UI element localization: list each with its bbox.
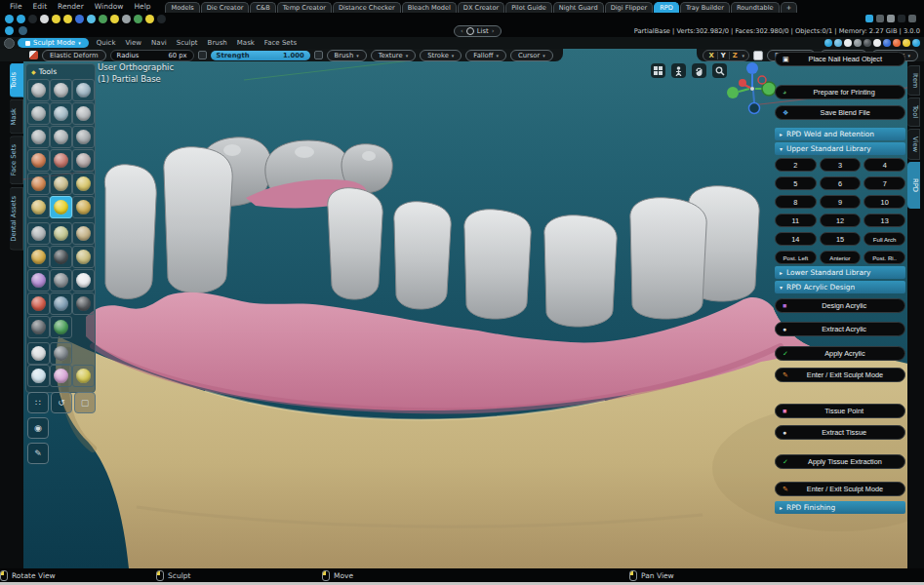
quick-icon[interactable] [122, 15, 131, 23]
shading-icon[interactable] [854, 39, 862, 47]
quick-icon[interactable] [52, 15, 60, 23]
collection-icon[interactable] [5, 26, 14, 35]
tooth-select-button[interactable]: 6 [820, 176, 862, 190]
shading-icon[interactable] [893, 39, 901, 47]
left-panel-tab[interactable]: Mask [10, 99, 23, 135]
mode-menu-item[interactable]: Mask [232, 39, 260, 47]
settings-dropdown[interactable]: Stroke [420, 50, 462, 61]
left-panel-tab[interactable]: Tools [10, 63, 23, 98]
shading-icon[interactable] [903, 39, 910, 47]
mode-menu-item[interactable]: Navi [146, 39, 172, 47]
save-blend-button[interactable]: ❖ Save Blend File [775, 105, 905, 120]
quick-icon[interactable] [865, 15, 873, 22]
settings-dropdown[interactable]: Brush [327, 50, 367, 61]
annotate-tool-icon[interactable]: ✎ [27, 443, 49, 464]
left-panel-tab[interactable]: Face Sets [10, 136, 23, 184]
tools-panel-header[interactable]: ◆ Tools [28, 66, 93, 79]
view-grid-icon[interactable] [651, 63, 665, 78]
mode-menu-item[interactable]: Sculpt [172, 39, 203, 47]
brush-tool[interactable] [50, 196, 72, 218]
list-selector[interactable]: List [454, 25, 502, 37]
quick-icon[interactable] [99, 15, 107, 23]
workspace-tab[interactable]: Tray Builder [680, 2, 730, 13]
quick-icon[interactable] [5, 15, 14, 23]
settings-dropdown[interactable]: Texture [371, 50, 416, 61]
walk-navigation-icon[interactable] [671, 63, 686, 78]
settings-dropdown[interactable]: Falloff [465, 50, 506, 61]
shading-icon[interactable] [834, 39, 842, 47]
menu-item[interactable]: Edit [28, 2, 53, 11]
move-view-hand-icon[interactable] [692, 63, 706, 78]
shading-icon[interactable] [824, 39, 832, 47]
shading-icon[interactable] [844, 39, 852, 47]
workspace-tab[interactable]: RPD [654, 2, 679, 13]
extract-acrylic-button[interactable]: ● Extract Acrylic [775, 322, 905, 336]
mode-menu-item[interactable]: Quick [92, 39, 121, 47]
brush-tool[interactable] [72, 246, 95, 268]
brush-tool[interactable] [27, 222, 50, 245]
brush-tool[interactable] [27, 292, 50, 315]
section-header-weld[interactable]: ▸ RPD Weld and Retention [775, 128, 905, 140]
tooth-select-button[interactable]: 13 [864, 214, 905, 227]
workspace-tab[interactable]: DX Creator [458, 2, 504, 13]
place-nail-head-button[interactable]: ▣ Place Nail Head Object [775, 52, 905, 66]
apply-acrylic-button[interactable]: ✓ Apply Acrylic [775, 346, 905, 361]
filter-icon[interactable] [19, 26, 27, 35]
quick-icon[interactable] [898, 15, 905, 22]
apply-tissue-extraction-button[interactable]: ✓ Apply Tissue Extraction [775, 454, 905, 469]
quick-icon[interactable] [134, 15, 142, 23]
strength-slider[interactable]: Strength 1.000 [211, 51, 310, 60]
brush-tool[interactable] [27, 316, 50, 338]
quick-icon[interactable] [908, 15, 916, 22]
brush-tool[interactable] [27, 173, 50, 195]
brush-tool[interactable] [27, 102, 50, 125]
editor-type-icon[interactable] [4, 38, 15, 49]
brush-name-pill[interactable]: Elastic Deform [42, 50, 106, 61]
brush-tool[interactable] [50, 173, 72, 195]
brush-tool[interactable] [50, 79, 72, 101]
quick-icon[interactable] [40, 15, 49, 23]
design-acrylic-button[interactable]: ■ Design Acrylic [775, 298, 905, 313]
tooth-select-button[interactable]: 9 [820, 195, 862, 209]
section-header-lower-library[interactable]: ▸ Lower Standard Library [775, 266, 905, 279]
workspace-tab[interactable]: + [781, 2, 798, 13]
section-header-finishing[interactable]: ▸ RPD Finishing [775, 501, 905, 514]
workspace-tab[interactable]: Bleach Model [402, 2, 457, 13]
shading-icon[interactable] [912, 39, 920, 47]
settings-dropdown[interactable]: Cursor [510, 50, 553, 61]
axis-navigation-gizmo[interactable] [723, 58, 778, 119]
brush-tool[interactable] [72, 196, 95, 218]
viewport-3d[interactable]: Elastic Deform Radius 60 px Strength 1.0… [0, 49, 924, 568]
workspace-tab[interactable]: Distance Checker [333, 2, 401, 13]
brush-tool[interactable] [50, 365, 72, 387]
tooth-select-button[interactable]: 4 [864, 158, 905, 172]
brush-tool[interactable] [50, 246, 72, 268]
section-header-acrylic[interactable]: ▾ RPD Acrylic Design [775, 281, 905, 293]
workspace-tab[interactable]: Die Creator [201, 2, 250, 13]
tissue-point-button[interactable]: ■ Tissue Point [775, 404, 905, 418]
brush-tool[interactable] [50, 316, 72, 338]
quick-icon[interactable] [28, 15, 37, 23]
rotate-tool-icon[interactable]: ↺ [51, 392, 72, 413]
quick-icon[interactable] [75, 15, 84, 23]
menu-item[interactable]: Help [129, 2, 155, 11]
enter-exit-sculpt-button-1[interactable]: ✎ Enter / Exit Sculpt Mode [775, 368, 905, 382]
brush-tool[interactable] [27, 196, 50, 218]
tooth-select-button[interactable]: 8 [775, 195, 817, 209]
workspace-tab[interactable]: Roundtable [731, 2, 780, 13]
menu-item[interactable]: File [5, 2, 27, 11]
brush-tool[interactable] [27, 149, 50, 172]
quick-icon[interactable] [887, 15, 895, 22]
shading-icon[interactable] [883, 39, 891, 47]
tooth-select-button[interactable]: Post. Left [775, 251, 817, 264]
brush-tool[interactable] [72, 173, 95, 195]
mode-selector[interactable]: Sculpt Mode [18, 38, 89, 48]
mode-menu-item[interactable]: Face Sets [260, 39, 301, 47]
brush-tool[interactable] [50, 102, 72, 125]
quick-icon[interactable] [110, 15, 119, 23]
brush-tool[interactable] [50, 149, 72, 172]
quick-icon[interactable] [157, 15, 166, 23]
brush-tool[interactable] [72, 292, 95, 315]
brush-tool[interactable] [27, 126, 50, 148]
tooth-select-button[interactable]: 7 [864, 176, 905, 190]
